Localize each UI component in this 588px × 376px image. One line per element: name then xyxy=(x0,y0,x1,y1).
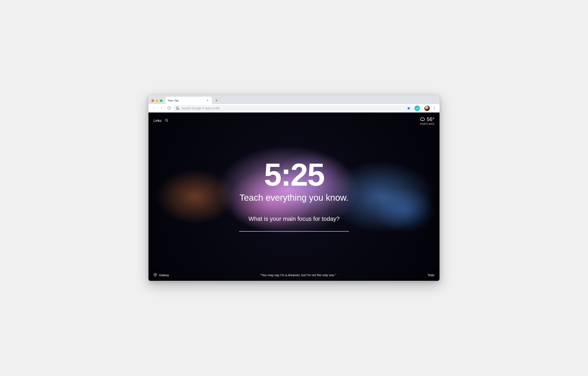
focus-question: What is your main focus for today? xyxy=(248,215,339,222)
reload-icon xyxy=(167,106,171,110)
svg-line-1 xyxy=(167,121,168,122)
profile-avatar[interactable] xyxy=(424,106,430,111)
search-button[interactable] xyxy=(165,118,168,123)
minimize-window-button[interactable] xyxy=(156,100,158,102)
extension-avatar[interactable]: m xyxy=(414,106,420,111)
top-left-group: Links xyxy=(154,116,168,125)
toolbar: m xyxy=(148,104,440,112)
close-tab-button[interactable]: × xyxy=(206,98,209,103)
weather-city: PORTLAND xyxy=(420,123,434,125)
reload-button[interactable] xyxy=(166,105,172,111)
focus-input[interactable] xyxy=(239,231,349,232)
svg-point-3 xyxy=(155,274,156,275)
kebab-menu-icon xyxy=(434,107,435,110)
center-group: 5:25 Teach everything you know. What is … xyxy=(148,129,440,270)
toolbar-divider xyxy=(422,106,422,111)
browser-window: New Tab × + m xyxy=(148,95,440,281)
browser-menu-button[interactable] xyxy=(431,105,437,111)
settings-button[interactable] xyxy=(154,273,157,277)
forward-button[interactable] xyxy=(158,105,165,111)
gear-icon xyxy=(154,273,157,276)
top-bar: Links 56° PORTLAND xyxy=(148,112,440,129)
back-button[interactable] xyxy=(151,105,157,111)
weather-temp: 56° xyxy=(427,116,434,122)
search-icon xyxy=(165,118,168,122)
mantra-text: Teach everything you know. xyxy=(240,193,348,203)
arrow-right-icon xyxy=(159,106,163,110)
bookmark-star-icon[interactable] xyxy=(407,106,410,110)
bottom-bar: Galaxy "You may say I'm a dreamer, but I… xyxy=(148,270,440,281)
tab-strip: New Tab × + xyxy=(148,95,440,104)
new-tab-button[interactable]: + xyxy=(213,98,220,103)
weather-widget[interactable]: 56° PORTLAND xyxy=(420,116,434,125)
tab-title: New Tab xyxy=(168,99,206,102)
svg-point-0 xyxy=(165,119,168,121)
omnibox-input[interactable] xyxy=(181,107,405,110)
browser-tab[interactable]: New Tab × xyxy=(165,97,212,104)
new-tab-content: Links 56° PORTLAND 5:25 Teach everything… xyxy=(148,112,440,281)
google-icon xyxy=(176,107,179,110)
bottom-left-group: Galaxy xyxy=(154,273,169,277)
quote-text[interactable]: "You may say I'm a dreamer, but I'm not … xyxy=(169,273,428,277)
cloud-drizzle-icon xyxy=(420,117,425,122)
arrow-left-icon xyxy=(152,106,156,110)
todo-button[interactable]: Todo xyxy=(428,273,434,277)
traffic-lights xyxy=(150,100,164,104)
photo-source-label[interactable]: Galaxy xyxy=(159,273,169,277)
clock: 5:25 xyxy=(264,159,324,190)
links-button[interactable]: Links xyxy=(154,119,161,123)
fullscreen-window-button[interactable] xyxy=(160,100,162,102)
close-window-button[interactable] xyxy=(151,100,154,102)
address-bar[interactable] xyxy=(173,105,413,111)
